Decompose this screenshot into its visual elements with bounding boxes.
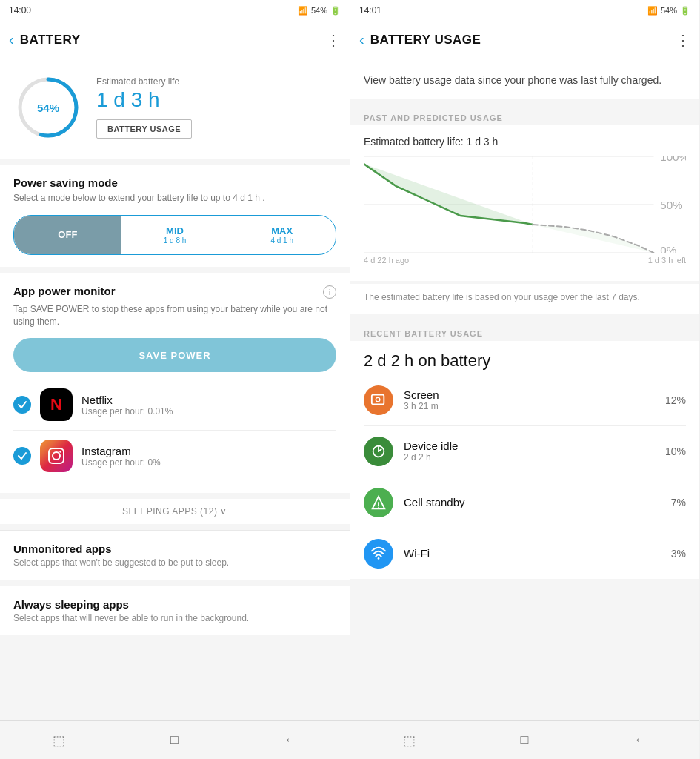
battery-icon: 🔋 [330, 6, 341, 16]
sleeping-apps-label: SLEEPING APPS (12) [122, 506, 217, 517]
svg-rect-2 [49, 448, 64, 463]
instagram-app-item: Instagram Usage per hour: 0% [13, 431, 336, 481]
left-battery-status: 📶 54% 🔋 [298, 6, 341, 16]
chart-x-right: 1 d 3 h left [648, 256, 686, 265]
est-battery-time: 1 d 3 h [96, 88, 192, 112]
power-max-option[interactable]: MAX 4 d 1 h [228, 216, 336, 254]
wifi-info: Wi-Fi [404, 547, 671, 560]
power-saving-title: Power saving mode [13, 176, 336, 189]
power-max-sub: 4 d 1 h [270, 236, 293, 245]
screen-icon [364, 385, 393, 415]
left-time: 14:00 [9, 5, 31, 16]
usage-list: Screen 3 h 21 m 12% Device idle 2 d 2 h [350, 375, 699, 579]
svg-marker-12 [533, 225, 653, 253]
unmonitored-apps-section[interactable]: Unmonitored apps Select apps that won't … [0, 530, 350, 580]
battery-chart: 100% 50% 0% [364, 156, 686, 253]
right-recent-icon[interactable]: ⬚ [403, 732, 416, 749]
right-bottom-nav: ⬚ □ ← [350, 720, 699, 759]
left-back-button[interactable]: ‹ [9, 31, 14, 48]
cell-standby-icon [364, 488, 393, 517]
power-max-label: MAX [271, 225, 293, 236]
right-back-icon[interactable]: ← [633, 732, 647, 748]
chart-footnote: The estimated battery life is based on y… [350, 284, 699, 314]
battery-usage-button[interactable]: BATTERY USAGE [96, 119, 192, 139]
instagram-name: Instagram [81, 445, 161, 457]
instagram-icon [40, 440, 73, 472]
app-monitor-title: App power monitor [13, 285, 116, 297]
chart-est-label: Estimated battery life: 1 d 3 h [364, 136, 686, 148]
power-saving-desc: Select a mode below to extend your batte… [13, 192, 336, 205]
power-mid-sub: 1 d 8 h [164, 236, 187, 245]
svg-rect-14 [372, 394, 384, 404]
unmonitored-title: Unmonitored apps [13, 543, 336, 555]
power-saving-section: Power saving mode Select a mode below to… [0, 165, 350, 267]
power-saving-toggle: OFF MID 1 d 8 h MAX 4 d 1 h [13, 215, 336, 255]
wifi-signal-icon: 📶 [298, 6, 308, 16]
home-icon[interactable]: □ [170, 732, 179, 748]
right-page-title: BATTERY USAGE [370, 33, 676, 47]
wifi-usage-item[interactable]: Wi-Fi 3% [364, 528, 686, 579]
back-icon[interactable]: ← [284, 732, 297, 748]
power-mid-label: MID [166, 225, 184, 236]
right-time: 14:01 [359, 5, 381, 16]
left-top-nav: ‹ BATTERY ⋮ [0, 21, 350, 59]
chart-x-left: 4 d 22 h ago [364, 256, 409, 265]
recent-battery-label: RECENT BATTERY USAGE [350, 320, 699, 341]
right-home-icon[interactable]: □ [521, 732, 529, 748]
left-bottom-nav: ⬚ □ ← [0, 720, 350, 759]
battery-percent-label: 54% [37, 102, 59, 114]
left-content: 54% Estimated battery life 1 d 3 h BATTE… [0, 59, 350, 720]
sleeping-chevron-icon: ∨ [220, 506, 227, 517]
battery-summary-section: 54% Estimated battery life 1 d 3 h BATTE… [0, 59, 350, 159]
instagram-usage: Usage per hour: 0% [81, 457, 161, 468]
right-wifi-icon: 📶 [647, 6, 658, 16]
svg-point-21 [378, 507, 379, 508]
chart-x-labels: 4 d 22 h ago 1 d 3 h left [364, 256, 686, 265]
svg-text:100%: 100% [660, 156, 686, 163]
right-top-nav: ‹ BATTERY USAGE ⋮ [350, 21, 699, 59]
battery-info: Estimated battery life 1 d 3 h BATTERY U… [96, 76, 192, 139]
right-back-button[interactable]: ‹ [359, 31, 364, 48]
est-battery-label: Estimated battery life [96, 76, 192, 87]
always-sleeping-desc: Select apps that will never be able to r… [13, 613, 336, 623]
unmonitored-desc: Select apps that won't be suggested to b… [13, 557, 336, 568]
svg-point-3 [53, 452, 60, 460]
netflix-app-item: N Netflix Usage per hour: 0.01% [13, 380, 336, 431]
netflix-check[interactable] [13, 396, 31, 414]
power-mid-option[interactable]: MID 1 d 8 h [121, 216, 229, 254]
power-off-label: OFF [58, 229, 77, 240]
power-off-option[interactable]: OFF [14, 216, 121, 254]
device-idle-info: Device idle 2 d 2 h [404, 440, 665, 463]
app-power-monitor-section: App power monitor i Tap SAVE POWER to st… [0, 273, 350, 494]
svg-point-15 [376, 397, 379, 402]
info-icon[interactable]: i [323, 285, 336, 299]
right-more-button[interactable]: ⋮ [676, 31, 690, 49]
app-monitor-desc: Tap SAVE POWER to stop these apps from u… [13, 303, 336, 328]
right-status-bar: 14:01 📶 54% 🔋 [350, 0, 699, 21]
netflix-name: Netflix [81, 394, 173, 406]
instagram-check[interactable] [13, 447, 31, 465]
svg-point-4 [59, 451, 61, 453]
recent-apps-icon[interactable]: ⬚ [53, 732, 65, 749]
left-panel: 14:00 📶 54% 🔋 ‹ BATTERY ⋮ 54% [0, 0, 350, 759]
right-content: View battery usage data since your phone… [350, 59, 699, 720]
always-sleeping-title: Always sleeping apps [13, 598, 336, 611]
svg-text:50%: 50% [660, 200, 682, 211]
save-power-button[interactable]: SAVE POWER [13, 338, 336, 372]
on-battery-label: 2 d 2 h on battery [350, 341, 699, 375]
svg-text:0%: 0% [660, 245, 676, 253]
netflix-usage: Usage per hour: 0.01% [81, 406, 173, 417]
wifi-usage-icon [364, 539, 393, 569]
svg-marker-11 [364, 164, 533, 225]
cell-standby-info: Cell standby [404, 496, 671, 508]
left-status-bar: 14:00 📶 54% 🔋 [0, 0, 350, 21]
device-idle-item[interactable]: Device idle 2 d 2 h 10% [364, 426, 686, 477]
left-more-button[interactable]: ⋮ [326, 31, 341, 49]
sleeping-apps-row[interactable]: SLEEPING APPS (12) ∨ [0, 499, 350, 524]
svg-point-22 [378, 557, 380, 560]
screen-usage-item[interactable]: Screen 3 h 21 m 12% [364, 375, 686, 426]
cell-standby-item[interactable]: Cell standby 7% [364, 477, 686, 528]
always-sleeping-section[interactable]: Always sleeping apps Select apps that wi… [0, 586, 350, 635]
battery-circle: 54% [15, 74, 81, 141]
netflix-icon: N [40, 388, 73, 421]
